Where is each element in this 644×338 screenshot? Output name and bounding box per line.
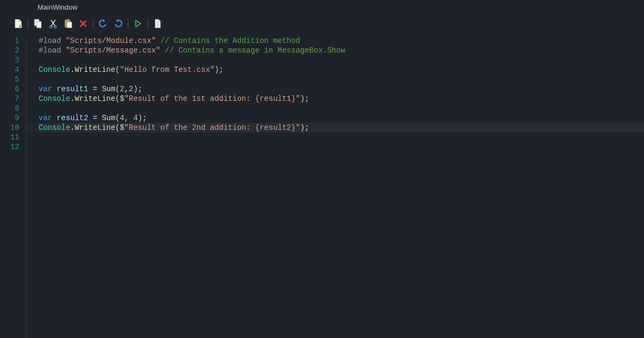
redo-button[interactable]: [111, 18, 126, 30]
line-number: 8: [0, 104, 19, 113]
paste-icon: [64, 19, 72, 28]
run-button[interactable]: [130, 18, 145, 30]
line-number: 5: [0, 75, 19, 84]
toolbar: [0, 14, 644, 35]
line-number-gutter: 1 2 3 4 5 6 7 8 9 10 11 12: [0, 35, 26, 338]
line-number: 7: [0, 94, 19, 104]
line-number: 3: [0, 55, 19, 65]
new-file-button[interactable]: [11, 18, 26, 30]
code-line[interactable]: [39, 142, 644, 152]
code-line[interactable]: [39, 133, 644, 142]
code-editor[interactable]: 1 2 3 4 5 6 7 8 9 10 11 12 #load "Script…: [0, 35, 644, 338]
code-line[interactable]: Console.WriteLine("Hello from Test.csx")…: [39, 65, 644, 75]
toolbar-separator: [128, 19, 128, 28]
toolbar-separator: [93, 19, 93, 28]
toolbar-separator: [148, 19, 148, 28]
document-button[interactable]: [150, 18, 165, 30]
line-number: 6: [0, 84, 19, 94]
copy-button[interactable]: [31, 18, 46, 30]
code-line[interactable]: Console.WriteLine($"Result of the 1st ad…: [39, 94, 644, 104]
undo-icon: [99, 19, 107, 28]
line-number: 4: [0, 65, 19, 75]
toolbar-separator: [28, 19, 28, 28]
line-number: 9: [0, 113, 19, 123]
new-file-icon: [14, 19, 23, 28]
code-line[interactable]: Console.WriteLine($"Result of the 2nd ad…: [39, 123, 644, 133]
code-line[interactable]: var result1 = Sum(2,2);: [39, 84, 644, 94]
delete-icon: [79, 19, 87, 28]
cut-button[interactable]: [46, 18, 61, 30]
delete-button[interactable]: [76, 18, 91, 30]
paste-button[interactable]: [61, 18, 76, 30]
code-line[interactable]: #load "Scripts/Message.csx" // Contains …: [39, 46, 644, 55]
line-number: 12: [0, 142, 19, 152]
line-number: 1: [0, 36, 19, 46]
line-number: 11: [0, 133, 19, 142]
code-line[interactable]: [39, 104, 644, 113]
svg-rect-2: [36, 21, 41, 28]
cut-icon: [49, 19, 57, 28]
run-icon: [134, 19, 142, 28]
redo-icon: [114, 19, 122, 28]
line-number: 10: [0, 123, 19, 133]
code-line[interactable]: [39, 55, 644, 65]
code-line[interactable]: #load "Scripts/Module.csx" // Contains t…: [39, 36, 644, 46]
svg-rect-7: [67, 22, 72, 28]
fold-guide: [26, 35, 26, 338]
window-title: MainWindow: [0, 0, 644, 14]
document-icon: [153, 19, 162, 28]
code-line[interactable]: [39, 75, 644, 84]
code-area[interactable]: #load "Scripts/Module.csx" // Contains t…: [26, 35, 644, 338]
code-line[interactable]: var result2 = Sum(4, 4);: [39, 113, 644, 123]
copy-icon: [34, 19, 42, 28]
undo-button[interactable]: [96, 18, 111, 30]
line-number: 2: [0, 46, 19, 55]
svg-rect-6: [67, 19, 69, 21]
